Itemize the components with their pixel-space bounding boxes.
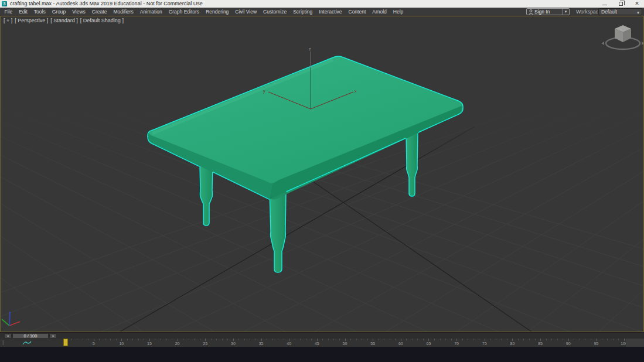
menu-item-customize[interactable]: Customize [260,8,290,16]
ruler-tick [417,339,418,340]
menu-item-help[interactable]: Help [390,8,406,16]
close-button[interactable]: ✕ [631,0,643,8]
ruler-tick [580,339,580,340]
menu-item-tools[interactable]: Tools [30,8,49,16]
ruler-tick [462,339,463,340]
ruler-tick [295,339,295,340]
menu-item-views[interactable]: Views [69,8,89,16]
ruler-tick [339,339,340,340]
ruler-tick [300,339,301,340]
workspace-value: Default [601,9,617,15]
ruler-tick [311,339,312,340]
ruler-tick [456,339,457,341]
ruler-tick [423,339,424,340]
ruler-tick-label: 90 [566,341,571,346]
menu-item-interactive[interactable]: Interactive [316,8,345,16]
previous-frame-button[interactable]: < [4,333,12,339]
ruler-tick [144,339,144,340]
ruler-tick-label: 5 [93,341,95,346]
ruler-tick [200,339,200,340]
ruler-tick [401,339,401,341]
ruler-tick [127,339,128,340]
ruler-tick [350,339,351,340]
sign-in-caret-icon[interactable]: ▼ [562,9,569,15]
ruler-tick [161,339,161,340]
next-frame-button[interactable]: > [49,333,57,339]
ruler-tick [607,339,608,340]
ruler-tick-label: 15 [147,341,152,346]
viewport-label-segment-0[interactable]: [ + ] [4,18,12,23]
ruler-tick-label: 50 [343,341,347,346]
ruler-tick [205,339,206,341]
workspace-dropdown[interactable]: Default ▼ [598,8,642,15]
menu-item-file[interactable]: File [1,8,16,16]
table-leg-right[interactable] [406,133,418,196]
menu-item-group[interactable]: Group [49,8,69,16]
window-title: crafting tabel.max - Autodesk 3ds Max 20… [10,0,203,8]
menu-item-arnold[interactable]: Arnold [369,8,390,16]
ruler-tick [155,339,155,340]
ruler-tick-label: 70 [454,341,459,346]
ruler-tick [568,339,569,341]
menu-item-create[interactable]: Create [88,8,110,16]
menu-item-rendering[interactable]: Rendering [203,8,232,16]
ruler-tick [602,339,602,340]
ruler-tick-label: 25 [203,341,207,346]
ruler-tick [585,339,585,340]
ruler-tick [373,339,373,341]
menu-item-modifiers[interactable]: Modifiers [110,8,137,16]
ruler-tick [428,339,429,341]
menu-bar: FileEditToolsGroupViewsCreateModifiersAn… [0,8,644,16]
menu-item-animation[interactable]: Animation [137,8,165,16]
ruler-tick [356,339,357,340]
time-slider-marker[interactable] [63,339,68,346]
sign-in-button[interactable]: Sign In ▼ [526,8,570,15]
sign-in-label: Sign In [534,9,562,15]
time-slider-bar: < 0 / 100 > [0,332,644,339]
ruler-tick [121,339,122,341]
ruler-tick [138,339,139,340]
ruler-tick-label: 55 [370,341,375,346]
viewport-label-segment-1[interactable]: [ Perspective ] [15,18,48,23]
ruler-tick [94,339,94,341]
restore-button[interactable] [614,0,627,8]
ruler-tick [216,339,217,340]
minimize-button[interactable] [598,0,611,8]
viewport-label: [ + ][ Perspective ][ Standard ][ Defaul… [4,18,126,23]
ruler-tick [468,339,468,340]
ruler-tick [77,339,77,340]
ruler-tick [233,339,234,341]
ruler-tick [574,339,574,340]
ruler-tick [211,339,212,340]
frame-counter[interactable]: 0 / 100 [12,333,49,339]
menu-item-scripting[interactable]: Scripting [290,8,316,16]
ruler-tick [284,339,284,340]
viewport-label-segment-3[interactable]: [ Default Shading ] [80,18,124,23]
ruler-tick [317,339,318,341]
ruler-tick [529,339,530,340]
menu-items: FileEditToolsGroupViewsCreateModifiersAn… [1,8,407,16]
menu-item-content[interactable]: Content [345,8,369,16]
title-bar: 3 crafting tabel.max - Autodesk 3ds Max … [0,0,644,8]
ruler-tick [473,339,474,340]
track-bar[interactable]: 0510152025303540455055606570758085909510… [0,339,644,347]
ruler-tick [445,339,446,340]
frame-ruler[interactable]: 0510152025303540455055606570758085909510… [0,339,644,347]
table-leg-front[interactable] [270,192,286,272]
perspective-viewport[interactable]: [ + ][ Perspective ][ Standard ][ Defaul… [0,16,644,332]
ruler-tick [345,339,346,341]
menu-item-graph-editors[interactable]: Graph Editors [165,8,202,16]
ruler-tick [412,339,413,340]
ruler-tick [83,339,83,340]
ruler-tick [99,339,100,340]
ruler-tick-label: 85 [538,341,543,346]
menu-item-edit[interactable]: Edit [16,8,31,16]
menu-item-civil-view[interactable]: Civil View [232,8,260,16]
ruler-tick [501,339,502,340]
viewport-label-segment-2[interactable]: [ Standard ] [50,18,78,23]
ruler-tick [116,339,117,340]
table-leg-left[interactable] [200,165,213,226]
ruler-tick [518,339,519,340]
ruler-tick [227,339,228,340]
ruler-tick [535,339,536,340]
